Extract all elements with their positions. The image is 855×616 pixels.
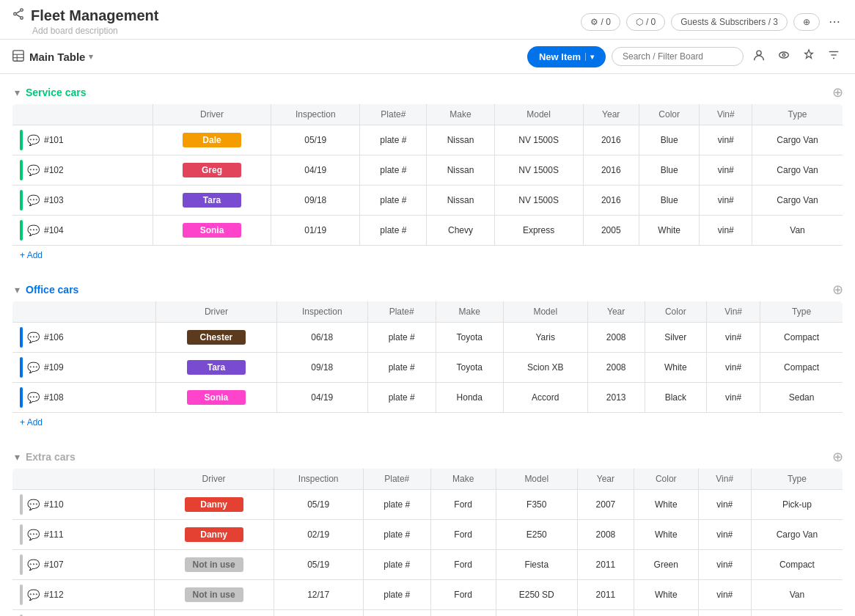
comment-icon[interactable]: 💬 — [27, 224, 40, 236]
make-cell[interactable]: Nissan — [427, 155, 494, 186]
model-cell[interactable]: Scion XB — [503, 353, 587, 383]
plate-cell[interactable]: plate # — [363, 520, 430, 550]
type-cell[interactable]: Cargo Van — [751, 520, 843, 550]
model-cell[interactable]: Fiesta — [496, 550, 577, 580]
model-cell[interactable]: Express — [496, 610, 577, 617]
color-cell[interactable]: White — [645, 353, 706, 383]
vin-cell[interactable]: vin# — [707, 383, 760, 413]
vin-cell[interactable]: vin# — [700, 125, 752, 155]
comment-icon[interactable]: 💬 — [27, 559, 40, 571]
model-cell[interactable]: Yaris — [503, 323, 587, 353]
inspection-cell[interactable]: 02/19 — [274, 520, 363, 550]
comment-icon[interactable]: 💬 — [27, 362, 40, 373]
plate-cell[interactable]: plate # — [367, 323, 436, 353]
plate-cell[interactable]: plate # — [360, 216, 427, 246]
color-cell[interactable]: Black — [645, 383, 706, 413]
integrations-button[interactable]: ⬡ / 0 — [626, 13, 665, 31]
year-cell[interactable]: 2008 — [577, 520, 634, 550]
inspection-cell[interactable]: 12/17 — [274, 580, 363, 610]
model-cell[interactable]: Express — [494, 216, 583, 246]
make-cell[interactable]: Toyota — [436, 323, 503, 353]
model-cell[interactable]: E250 SD — [496, 580, 577, 610]
make-cell[interactable]: Nissan — [427, 186, 494, 216]
group-toggle-extra[interactable]: ▾ — [15, 451, 20, 463]
plate-cell[interactable]: plate # — [363, 550, 430, 580]
inspection-cell[interactable]: 09/18 — [276, 353, 367, 383]
vin-cell[interactable]: vin# — [707, 323, 760, 353]
inspection-cell[interactable]: 05/19 — [274, 490, 363, 520]
make-cell[interactable]: Ford — [430, 490, 496, 520]
driver-badge[interactable]: Greg — [183, 163, 241, 177]
add-row-label-service[interactable]: + Add — [12, 246, 843, 265]
type-cell[interactable]: Pick-up — [751, 490, 843, 520]
vin-cell[interactable]: vin# — [698, 610, 751, 617]
comment-icon[interactable]: 💬 — [27, 134, 40, 146]
inspection-cell[interactable]: 01/19 — [271, 216, 360, 246]
plate-cell[interactable]: plate # — [367, 383, 436, 413]
driver-badge[interactable]: Not in use — [185, 557, 243, 572]
comment-icon[interactable]: 💬 — [27, 499, 40, 510]
model-cell[interactable]: NV 1500S — [494, 186, 583, 216]
color-cell[interactable]: White — [634, 520, 698, 550]
type-cell[interactable]: Compact — [760, 323, 843, 353]
comment-icon[interactable]: 💬 — [27, 194, 40, 206]
inspection-cell[interactable]: 02/18 — [274, 610, 363, 617]
year-cell[interactable]: 2008 — [587, 323, 645, 353]
year-cell[interactable]: 2016 — [583, 125, 639, 155]
type-cell[interactable]: Compact — [760, 353, 843, 383]
plate-cell[interactable]: plate # — [363, 580, 430, 610]
add-row-service[interactable]: + Add — [12, 246, 843, 265]
driver-cell[interactable]: Greg — [153, 155, 271, 186]
vin-cell[interactable]: vin# — [698, 520, 751, 550]
vin-cell[interactable]: vin# — [698, 580, 751, 610]
comment-icon[interactable]: 💬 — [27, 589, 40, 601]
model-cell[interactable]: NV 1500S — [494, 155, 583, 186]
new-item-button[interactable]: New Item ▾ — [527, 46, 606, 67]
driver-cell[interactable]: Danny — [154, 520, 274, 550]
make-cell[interactable]: Ford — [430, 550, 496, 580]
inspection-cell[interactable]: 05/19 — [274, 550, 363, 580]
vin-cell[interactable]: vin# — [700, 216, 752, 246]
make-cell[interactable]: Chevy — [427, 216, 494, 246]
type-cell[interactable]: Van — [751, 610, 843, 617]
driver-badge[interactable]: Tara — [187, 360, 246, 375]
color-cell[interactable]: Blue — [639, 186, 700, 216]
driver-cell[interactable]: Chester — [155, 323, 276, 353]
pin-icon[interactable] — [799, 45, 818, 67]
vin-cell[interactable]: vin# — [698, 490, 751, 520]
type-cell[interactable]: Cargo Van — [752, 155, 843, 186]
driver-badge[interactable]: Sonia — [183, 223, 241, 238]
color-cell[interactable]: White — [634, 490, 698, 520]
inspection-cell[interactable]: 09/18 — [271, 186, 360, 216]
driver-badge[interactable]: Danny — [185, 497, 243, 512]
driver-badge[interactable]: Dale — [183, 133, 241, 147]
vin-cell[interactable]: vin# — [700, 186, 752, 216]
main-table-button[interactable]: Main Table ▾ — [29, 51, 93, 63]
driver-cell[interactable]: Sonia — [155, 383, 276, 413]
add-to-group-extra[interactable]: ⊕ — [832, 450, 843, 463]
inspection-cell[interactable]: 04/19 — [276, 383, 367, 413]
model-cell[interactable]: Accord — [503, 383, 587, 413]
driver-cell[interactable]: Dale — [153, 125, 271, 155]
driver-cell[interactable]: Tara — [153, 186, 271, 216]
search-input[interactable] — [612, 47, 744, 66]
inspection-cell[interactable]: 05/19 — [271, 125, 360, 155]
color-cell[interactable]: White — [634, 610, 698, 617]
vin-cell[interactable]: vin# — [698, 550, 751, 580]
group-toggle-office[interactable]: ▾ — [15, 284, 20, 296]
color-cell[interactable]: White — [634, 580, 698, 610]
inspection-cell[interactable]: 06/18 — [276, 323, 367, 353]
comment-icon[interactable]: 💬 — [27, 331, 40, 343]
make-cell[interactable]: Chevy — [430, 610, 496, 617]
guests-button[interactable]: Guests & Subscribers / 3 — [671, 13, 788, 31]
year-cell[interactable]: 2016 — [583, 186, 639, 216]
type-cell[interactable]: Cargo Van — [752, 125, 843, 155]
board-description[interactable]: Add board description — [12, 26, 158, 36]
driver-badge[interactable]: Sonia — [187, 390, 246, 405]
vin-cell[interactable]: vin# — [700, 155, 752, 186]
add-row-office[interactable]: + Add — [12, 413, 843, 433]
plate-cell[interactable]: plate # — [360, 186, 427, 216]
year-cell[interactable]: 2016 — [583, 155, 639, 186]
add-row-label-office[interactable]: + Add — [12, 413, 843, 433]
color-cell[interactable]: White — [639, 216, 700, 246]
